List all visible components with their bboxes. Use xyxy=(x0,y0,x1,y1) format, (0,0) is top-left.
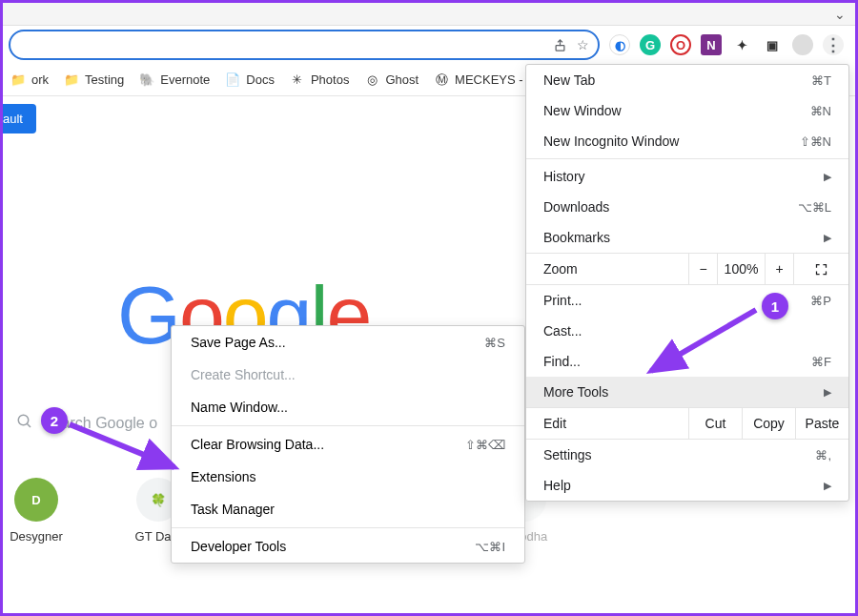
menu-label: Bookmarks xyxy=(543,230,610,245)
menu-label: Settings xyxy=(543,447,592,462)
menu-label: Find... xyxy=(543,354,581,369)
search-box[interactable]: Search Google o xyxy=(3,401,174,445)
bookmark-label: Docs xyxy=(246,72,275,87)
menu-label: Zoom xyxy=(526,254,688,284)
chevron-right-icon: ▶ xyxy=(824,171,831,183)
menu-label: Downloads xyxy=(543,199,609,215)
menu-label: History xyxy=(543,169,585,184)
edit-copy-button[interactable]: Copy xyxy=(742,408,795,439)
reader-icon[interactable]: ▣ xyxy=(762,34,783,55)
bookmark-label: Testing xyxy=(85,72,124,87)
menu-label: Developer Tools xyxy=(191,539,286,554)
menu-history[interactable]: History ▶ xyxy=(526,161,848,192)
bookmark-label: MECKEYS - xyxy=(455,72,523,87)
shortcut-label: Desygner xyxy=(10,529,63,544)
chevron-down-icon[interactable]: ⌄ xyxy=(834,7,846,22)
menu-label: Clear Browsing Data... xyxy=(191,437,324,452)
fullscreen-button[interactable] xyxy=(793,254,848,284)
menu-new-tab[interactable]: New Tab ⌘T xyxy=(526,65,848,95)
chevron-right-icon: ▶ xyxy=(824,480,831,492)
zoom-out-button[interactable]: − xyxy=(688,254,717,284)
menu-name-window[interactable]: Name Window... xyxy=(172,391,524,423)
menu-label: More Tools xyxy=(543,384,608,400)
bookmark-meckeys[interactable]: ⓂMECKEYS - xyxy=(434,72,523,88)
menu-settings[interactable]: Settings ⌘, xyxy=(526,440,848,470)
bookmark-label: Photos xyxy=(311,72,349,87)
bookmark-work[interactable]: 📁ork xyxy=(10,72,49,88)
menu-shortcut: ⌘, xyxy=(815,448,831,462)
bookmark-docs[interactable]: 📄Docs xyxy=(225,72,275,88)
annotation-step-1: 1 xyxy=(762,293,788,319)
menu-clear-browsing-data[interactable]: Clear Browsing Data... ⇧⌘⌫ xyxy=(172,428,524,461)
bookmark-photos[interactable]: ✳Photos xyxy=(290,72,349,88)
menu-label: Help xyxy=(543,478,571,493)
onenote-icon[interactable]: N xyxy=(701,34,722,55)
folder-icon: 📁 xyxy=(64,72,79,88)
menu-find[interactable]: Find... ⌘F xyxy=(526,346,848,377)
menu-label: Save Page As... xyxy=(191,335,286,350)
zoom-value: 100% xyxy=(717,254,765,284)
photos-icon: ✳ xyxy=(290,72,305,88)
menu-label: Print... xyxy=(543,293,582,308)
menu-shortcut: ⌥⌘L xyxy=(798,200,831,215)
menu-shortcut: ⌥⌘I xyxy=(475,540,505,554)
edit-cut-button[interactable]: Cut xyxy=(688,408,742,439)
menu-label: Extensions xyxy=(191,469,255,484)
search-icon xyxy=(16,413,33,434)
menu-divider xyxy=(172,527,524,528)
ext-icon-1[interactable]: ◐ xyxy=(609,34,630,55)
menu-divider xyxy=(526,158,848,159)
menu-shortcut: ⇧⌘N xyxy=(800,134,831,149)
bookmark-label: ork xyxy=(31,72,49,87)
set-default-button[interactable]: ault xyxy=(0,104,36,133)
star-icon[interactable]: ☆ xyxy=(575,37,590,52)
opera-icon[interactable]: O xyxy=(670,34,691,55)
menu-zoom-row: Zoom − 100% + xyxy=(526,253,848,285)
menu-extensions[interactable]: Extensions xyxy=(172,461,524,493)
menu-cast[interactable]: Cast... xyxy=(526,316,848,346)
menu-label: New Window xyxy=(543,103,622,118)
menu-label: Edit xyxy=(526,408,688,439)
grammarly-icon[interactable]: G xyxy=(640,34,661,55)
menu-create-shortcut: Create Shortcut... xyxy=(172,359,524,391)
bookmark-label: Evernote xyxy=(160,72,210,87)
menu-label: Task Manager xyxy=(191,502,275,517)
menu-shortcut: ⇧⌘⌫ xyxy=(465,438,505,452)
puzzle-icon[interactable]: ✦ xyxy=(731,34,752,55)
menu-task-manager[interactable]: Task Manager xyxy=(172,493,524,525)
shortcut-desygner[interactable]: D Desygner xyxy=(3,478,70,544)
zoom-in-button[interactable]: + xyxy=(765,254,793,284)
kebab-menu-icon[interactable]: ⋮ xyxy=(823,34,844,55)
menu-label: New Incognito Window xyxy=(543,133,679,149)
menu-label: Name Window... xyxy=(191,400,288,415)
menu-save-page-as[interactable]: Save Page As... ⌘S xyxy=(172,326,524,359)
menu-bookmarks[interactable]: Bookmarks ▶ xyxy=(526,222,848,253)
evernote-icon: 🐘 xyxy=(139,72,154,88)
address-bar-row: ☆ ◐ G O N ✦ ▣ ⋮ xyxy=(3,26,855,64)
extension-icons: ◐ G O N ✦ ▣ ⋮ xyxy=(603,34,849,55)
menu-more-tools[interactable]: More Tools ▶ xyxy=(526,377,848,407)
bookmark-testing[interactable]: 📁Testing xyxy=(64,72,124,88)
svg-rect-0 xyxy=(556,45,564,51)
avatar-icon[interactable] xyxy=(792,34,813,55)
menu-downloads[interactable]: Downloads ⌥⌘L xyxy=(526,192,848,222)
ghost-icon: ◎ xyxy=(364,72,379,88)
menu-new-incognito[interactable]: New Incognito Window ⇧⌘N xyxy=(526,126,848,156)
bookmark-label: Ghost xyxy=(385,72,419,87)
address-bar[interactable]: ☆ xyxy=(9,30,600,60)
menu-print[interactable]: Print... ⌘P xyxy=(526,285,848,316)
menu-new-window[interactable]: New Window ⌘N xyxy=(526,95,848,126)
menu-shortcut: ⌘F xyxy=(811,355,831,369)
shortcut-icon: D xyxy=(14,478,58,522)
folder-icon: 📁 xyxy=(10,72,26,88)
svg-point-1 xyxy=(18,415,29,425)
share-icon[interactable] xyxy=(552,37,567,52)
bookmark-evernote[interactable]: 🐘Evernote xyxy=(139,72,210,88)
menu-help[interactable]: Help ▶ xyxy=(526,470,848,501)
svg-line-2 xyxy=(27,423,31,427)
menu-developer-tools[interactable]: Developer Tools ⌥⌘I xyxy=(172,530,524,563)
edit-paste-button[interactable]: Paste xyxy=(795,408,848,439)
bookmark-ghost[interactable]: ◎Ghost xyxy=(364,72,419,88)
chevron-right-icon: ▶ xyxy=(824,386,831,399)
more-tools-submenu: Save Page As... ⌘S Create Shortcut... Na… xyxy=(171,325,525,564)
